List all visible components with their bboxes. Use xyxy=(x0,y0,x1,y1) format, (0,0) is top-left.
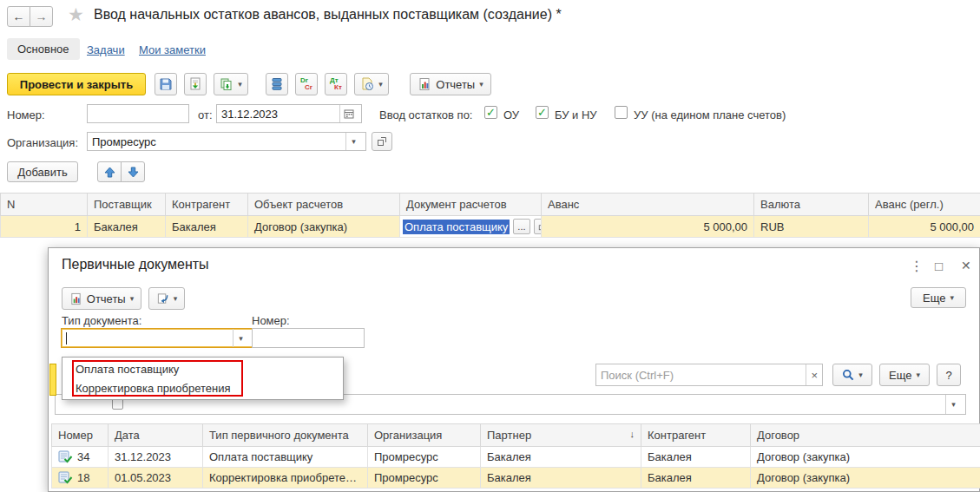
cell-number[interactable]: 18 xyxy=(52,468,109,489)
col-advance-regl[interactable]: Аванс (регл.) xyxy=(869,194,980,216)
col-currency[interactable]: Валюта xyxy=(754,194,869,216)
cell-date[interactable]: 01.05.2023 xyxy=(109,468,203,489)
cell-organization[interactable]: Промресурс xyxy=(368,468,481,489)
page-title: Ввод начальных остатков авансов, выданны… xyxy=(94,7,562,23)
col-doc-type[interactable]: Тип первичного документа xyxy=(203,424,368,447)
cell-supplier[interactable]: Бакалея xyxy=(88,216,166,238)
cell-contract[interactable]: Договор (закупка) xyxy=(751,447,980,468)
list-more-button[interactable]: Еще ▾ xyxy=(879,364,930,386)
move-up-button[interactable] xyxy=(97,161,122,182)
cell-advance[interactable]: 5 000,00 xyxy=(542,216,754,238)
dr-cr-icon: Dr Cr xyxy=(300,77,312,91)
col-number[interactable]: Номер xyxy=(52,424,109,447)
col-counterparty[interactable]: Контрагент xyxy=(641,424,751,447)
reports-button[interactable]: Отчеты ▾ xyxy=(410,73,491,95)
doc-type-combobox[interactable]: ▾ xyxy=(61,328,253,348)
choose-ellipsis-button[interactable]: ... xyxy=(513,219,529,234)
cell-date[interactable]: 31.12.2023 xyxy=(109,447,203,468)
dt-kt-button[interactable]: Дт Кт xyxy=(325,73,347,95)
date-input[interactable]: 31.12.2023 xyxy=(216,104,362,123)
cell-partner[interactable]: Бакалея xyxy=(481,468,641,489)
search-clear-icon[interactable]: × xyxy=(806,364,822,385)
dropdown-item-korrektirovka[interactable]: Корректировка приобретения xyxy=(62,379,343,398)
calendar-icon[interactable] xyxy=(339,105,357,122)
export-button[interactable]: ▾ xyxy=(148,287,185,310)
col-n[interactable]: N xyxy=(1,194,88,216)
registers-button[interactable] xyxy=(266,73,288,95)
checkbox-uu-label: УУ (на едином плане счетов) xyxy=(634,108,786,121)
close-icon[interactable]: ✕ xyxy=(961,259,971,272)
cell-counterparty[interactable]: Бакалея xyxy=(641,468,751,489)
col-settlement-object[interactable]: Объект расчетов xyxy=(248,194,400,216)
selected-document-text[interactable]: Оплата поставщику xyxy=(403,220,510,234)
kebab-menu-icon[interactable]: ⋮ xyxy=(910,259,924,273)
cell-settlement-object[interactable]: Договор (закупка) xyxy=(248,216,400,238)
col-date[interactable]: Дата xyxy=(109,424,203,447)
search-input[interactable]: × xyxy=(595,364,823,386)
doc-number-input[interactable] xyxy=(252,328,365,348)
dr-cr-button[interactable]: Dr Cr xyxy=(295,73,318,95)
col-contract[interactable]: Договор xyxy=(751,424,980,447)
cell-n[interactable]: 1 xyxy=(1,216,88,238)
add-row-button[interactable]: Добавить xyxy=(7,161,78,182)
cell-doc-type[interactable]: Корректировка приобрете… xyxy=(203,468,368,489)
checkbox-ou-label: ОУ xyxy=(503,108,519,121)
checkbox-uu[interactable] xyxy=(615,106,628,119)
cell-advance-regl[interactable]: 5 000,00 xyxy=(869,216,980,238)
dialog-more-label: Еще xyxy=(923,292,945,305)
save-button[interactable] xyxy=(155,73,177,95)
cell-counterparty[interactable]: Бакалея xyxy=(641,447,751,468)
cell-number[interactable]: 34 xyxy=(52,447,109,468)
chevron-down-icon[interactable]: ▾ xyxy=(945,395,961,414)
checkbox-ou[interactable]: ✓ xyxy=(484,106,497,119)
table-row[interactable]: 34 31.12.2023 Оплата поставщику Промресу… xyxy=(52,447,980,468)
back-button[interactable]: ← xyxy=(7,6,30,27)
cell-settlement-document[interactable]: Оплата поставщику ... xyxy=(400,216,542,238)
checkbox-bu-nu[interactable]: ✓ xyxy=(536,106,549,119)
forward-button[interactable]: → xyxy=(30,6,53,27)
document-number: 34 xyxy=(77,450,89,463)
document-history-button[interactable]: ▾ xyxy=(354,73,389,95)
primary-documents-table: Номер Дата Тип первичного документа Орга… xyxy=(51,423,980,489)
help-button[interactable]: ? xyxy=(937,364,961,386)
post-document-button[interactable] xyxy=(184,73,207,95)
cell-partner[interactable]: Бакалея xyxy=(481,447,641,468)
col-advance[interactable]: Аванс xyxy=(542,194,754,216)
favorite-star-icon[interactable]: ★ xyxy=(68,4,84,25)
col-settlement-document[interactable]: Документ расчетов xyxy=(400,194,542,216)
chevron-down-icon[interactable]: ▾ xyxy=(233,329,248,347)
dialog-reports-button[interactable]: Отчеты ▾ xyxy=(62,287,141,310)
dropdown-item-oplata[interactable]: Оплата поставщику xyxy=(62,360,343,379)
search-text-field[interactable] xyxy=(601,369,806,382)
cell-currency[interactable]: RUB xyxy=(754,216,869,238)
col-counterparty[interactable]: Контрагент xyxy=(166,194,248,216)
post-and-close-button[interactable]: Провести и закрыть xyxy=(7,73,146,95)
tab-osnovnoe[interactable]: Основное xyxy=(7,38,80,60)
copy-actions-button[interactable]: ▾ xyxy=(214,73,248,95)
cell-organization[interactable]: Промресурс xyxy=(368,447,481,468)
organization-value: Промресурс xyxy=(92,135,156,148)
col-organization[interactable]: Организация xyxy=(368,424,481,447)
table-row[interactable]: 1 Бакалея Бакалея Договор (закупка) Опла… xyxy=(1,216,980,238)
move-down-button[interactable] xyxy=(121,161,145,182)
cell-contract[interactable]: Договор (закупка) xyxy=(751,468,980,489)
search-options-button[interactable]: ▾ xyxy=(832,364,872,386)
dialog-more-button[interactable]: Еще ▾ xyxy=(911,287,966,308)
table-row[interactable]: 18 01.05.2023 Корректировка приобрете… П… xyxy=(52,468,980,489)
chevron-down-icon: ▾ xyxy=(378,81,383,89)
register-list-icon xyxy=(270,77,284,91)
cell-doc-type[interactable]: Оплата поставщику xyxy=(203,447,368,468)
tab-zadachi[interactable]: Задачи xyxy=(87,43,125,56)
number-input[interactable] xyxy=(87,104,189,123)
open-organization-button[interactable] xyxy=(372,132,392,151)
col-partner[interactable]: Партнер ↓ xyxy=(481,424,641,447)
hidden-select-button-fragment[interactable] xyxy=(49,364,56,396)
tab-moi-zametki[interactable]: Мои заметки xyxy=(139,43,206,56)
col-supplier[interactable]: Поставщик xyxy=(88,194,166,216)
cell-counterparty[interactable]: Бакалея xyxy=(166,216,248,238)
organization-combobox[interactable]: Промресурс ▾ xyxy=(87,132,366,151)
report-chart-icon xyxy=(418,77,431,91)
open-link-icon[interactable] xyxy=(534,219,542,234)
chevron-down-icon[interactable]: ▾ xyxy=(345,133,361,150)
maximize-icon[interactable]: □ xyxy=(935,259,943,272)
